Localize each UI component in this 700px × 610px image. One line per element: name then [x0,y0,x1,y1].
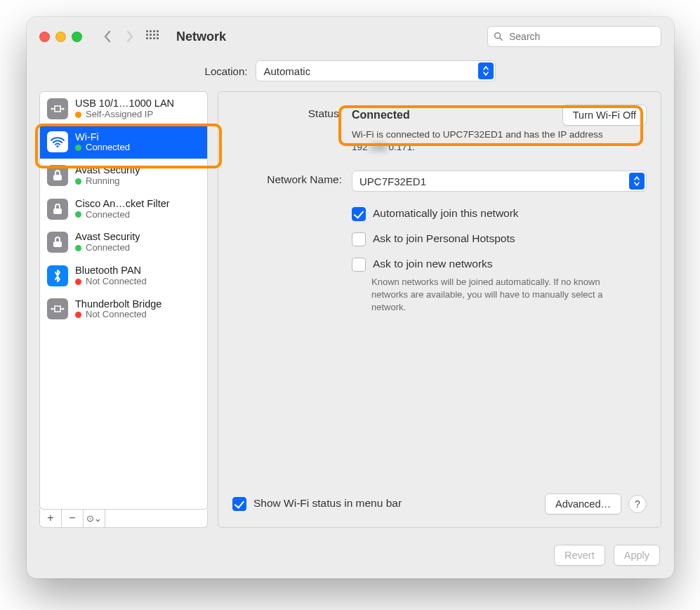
service-status: Not Connected [86,277,147,287]
service-name: Thunderbolt Bridge [75,298,161,310]
zoom-window-button[interactable] [72,32,82,42]
service-avast-2[interactable]: Avast Security Connected [40,225,207,259]
service-bluetooth[interactable]: Bluetooth PAN Not Connected [40,259,207,293]
location-value: Automatic [263,65,310,77]
svg-point-2 [51,107,53,110]
toolbar-spacer [105,509,207,527]
service-name: USB 10/1…1000 LAN [75,98,174,110]
status-value: Connected [352,109,410,121]
location-label: Location: [205,65,248,77]
auto-join-label: Automatically join this network [373,207,519,220]
ask-hotspot-label: Ask to join Personal Hotspots [373,232,515,245]
more-actions-button[interactable]: ⊙⌄ [84,509,105,527]
status-dot [75,279,81,285]
service-avast-1[interactable]: Avast Security Running [40,159,207,192]
remove-service-button[interactable]: − [62,509,84,527]
revert-button[interactable]: Revert [554,545,605,566]
show-all-button[interactable] [145,29,159,44]
status-dot [75,178,81,185]
ask-new-help: Known networks will be joined automatica… [371,276,610,313]
checkbox-icon[interactable] [352,232,366,246]
chevron-updown-icon [478,62,494,79]
service-status: Not Connected [86,310,147,320]
service-name: Cisco An…cket Filter [75,198,170,210]
toggle-wifi-button[interactable]: Turn Wi-Fi Off [562,105,647,126]
ethernet-icon [47,98,68,119]
svg-rect-7 [53,241,62,247]
service-thunderbolt[interactable]: Thunderbolt Bridge Not Connected [40,293,207,326]
auto-join-checkbox-row[interactable]: Automatically join this network [352,207,647,221]
service-status: Self-Assigned IP [86,110,153,120]
checkbox-checked-icon[interactable] [232,497,246,511]
svg-rect-5 [53,175,62,180]
apply-button[interactable]: Apply [614,545,660,566]
network-name-label: Network Name: [232,171,342,186]
svg-point-8 [51,308,53,310]
show-menu-label: Show Wi-Fi status in menu bar [253,497,402,510]
ask-new-label: Ask to join new networks [373,258,493,270]
checkbox-checked-icon[interactable] [352,207,366,221]
window-title: Network [176,29,226,44]
close-window-button[interactable] [39,32,50,42]
svg-point-4 [56,145,58,147]
bluetooth-icon [47,265,68,286]
service-name: Avast Security [75,231,140,243]
show-menu-checkbox-row[interactable]: Show Wi-Fi status in menu bar [232,497,402,511]
svg-point-3 [62,107,65,110]
status-dot [75,145,81,151]
location-row: Location: Automatic [27,56,674,91]
add-service-button[interactable]: + [40,509,62,527]
titlebar: Network [27,17,674,56]
status-dot [75,211,81,218]
network-preferences-window: Network Location: Automatic [27,17,674,578]
status-dot [75,245,81,251]
status-label: Status: [232,105,342,120]
service-status: Connected [86,210,130,220]
lock-icon [47,199,68,220]
minimize-window-button[interactable] [55,32,66,42]
wifi-icon [47,131,68,152]
advanced-button[interactable]: Advanced… [545,493,621,515]
service-cisco[interactable]: Cisco An…cket Filter Connected [40,192,207,226]
service-name: Bluetooth PAN [75,265,147,277]
details-panel: Status: Connected Turn Wi-Fi Off Wi-Fi i… [218,91,661,528]
window-controls [39,32,82,42]
service-status: Connected [86,243,130,253]
service-wifi[interactable]: Wi-Fi Connected [40,126,207,159]
ethernet-icon [47,298,68,319]
services-sidebar: USB 10/1…1000 LAN Self-Assigned IP Wi-Fi… [39,91,208,528]
grid-icon [146,30,159,43]
status-description: Wi-Fi is connected to UPC7F32ED1 and has… [352,128,605,154]
status-dot [75,312,81,318]
search-icon [494,32,503,41]
ask-hotspot-checkbox-row[interactable]: Ask to join Personal Hotspots [352,232,647,246]
network-name-select[interactable]: UPC7F32ED1 [352,171,647,192]
lock-icon [47,165,68,186]
services-toolbar: + − ⊙⌄ [39,509,208,528]
service-name: Wi-Fi [75,131,130,143]
location-select[interactable]: Automatic [256,60,496,81]
checkbox-icon[interactable] [352,258,366,272]
search-input[interactable] [508,30,655,43]
status-dot [75,112,81,118]
search-field[interactable] [487,26,661,47]
window-footer: Revert Apply [27,538,674,578]
svg-line-1 [500,38,502,40]
svg-point-9 [62,308,65,310]
help-button[interactable]: ? [628,495,647,513]
svg-rect-6 [53,208,62,214]
forward-button[interactable] [123,29,137,44]
services-list: USB 10/1…1000 LAN Self-Assigned IP Wi-Fi… [39,91,208,510]
lock-icon [47,232,68,253]
ask-new-checkbox-row[interactable]: Ask to join new networks [352,258,647,272]
service-status: Running [86,176,119,187]
service-name: Avast Security [75,164,140,176]
back-button[interactable] [100,29,114,44]
service-status: Connected [86,142,130,153]
chevron-updown-icon [629,173,645,190]
service-usb-lan[interactable]: USB 10/1…1000 LAN Self-Assigned IP [40,92,207,126]
network-name-value: UPC7F32ED1 [359,175,426,187]
